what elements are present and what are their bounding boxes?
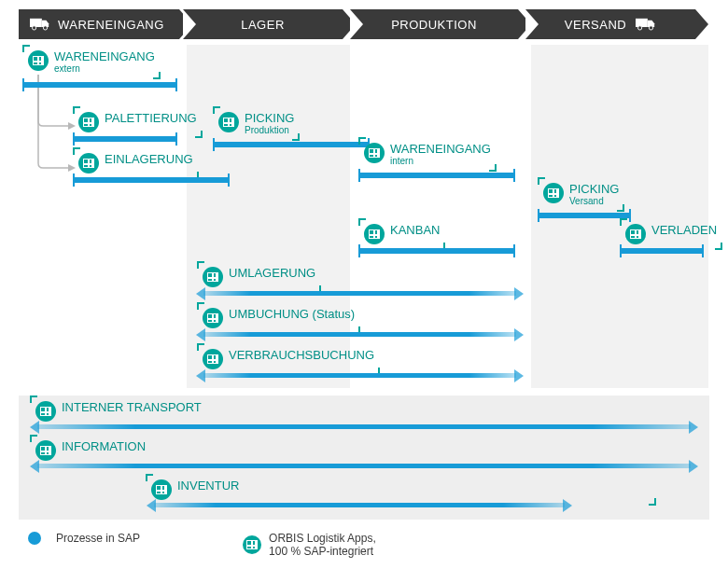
header-label: VERSAND <box>565 18 626 32</box>
bar-einlagerung <box>73 177 230 183</box>
header-row: WARENEINGANG LAGER PRODUKTION VERSAND <box>19 9 714 39</box>
proc-umbuchung: UMBUCHUNG (Status) <box>201 306 357 330</box>
header-label: WARENEINGANG <box>58 18 164 32</box>
proc-kanban: KANBAN <box>362 222 441 246</box>
proc-title: UMBUCHUNG (Status) <box>229 307 355 321</box>
orbis-icon <box>625 224 646 244</box>
legend-sap: Prozesse in SAP <box>28 532 140 545</box>
header-col-produktion: PRODUKTION <box>350 9 531 39</box>
orbis-icon <box>35 401 56 422</box>
legend-label: ORBIS Logistik Apps, 100 % SAP-integrier… <box>269 532 376 558</box>
proc-umlagerung: UMLAGERUNG <box>201 265 317 289</box>
svg-marker-6 <box>68 122 76 130</box>
orbis-icon <box>364 224 385 244</box>
proc-subtitle: intern <box>390 156 491 166</box>
bar-inventur <box>154 503 565 507</box>
proc-wareneingang-intern: WARENEINGANG intern <box>362 141 493 168</box>
bar-kanban <box>358 248 515 254</box>
proc-verladen: VERLADEN <box>623 222 719 246</box>
proc-interner-transport: INTERNER TRANSPORT <box>34 399 203 423</box>
proc-wareneingang-extern: WARENEINGANG extern <box>26 49 157 76</box>
proc-title: INFORMATION <box>62 439 146 453</box>
bar-picking-versand <box>538 213 631 218</box>
header-col-versand: VERSAND <box>525 9 721 39</box>
proc-title: VERLADEN <box>651 223 717 237</box>
bar-interner-transport <box>37 424 691 429</box>
orbis-icon <box>218 112 239 132</box>
truck-icon <box>636 17 656 32</box>
legend: Prozesse in SAP ORBIS Logistik Apps, 100… <box>28 532 376 558</box>
orbis-icon <box>151 479 172 500</box>
proc-title: EINLAGERUNG <box>105 152 193 166</box>
header-col-lager: LAGER <box>183 9 356 39</box>
orbis-icon <box>203 267 223 287</box>
truck-icon <box>30 17 50 32</box>
bar-wareneingang-extern <box>22 82 177 88</box>
bar-umbuchung <box>203 332 516 337</box>
proc-title: KANBAN <box>390 223 440 237</box>
proc-title: INVENTUR <box>177 479 239 493</box>
legend-dot-icon <box>28 532 41 545</box>
bar-verladen <box>620 248 704 254</box>
orbis-icon <box>203 308 223 328</box>
header-label: LAGER <box>241 18 285 32</box>
proc-picking-versand: PICKING Versand <box>541 181 621 208</box>
legend-orbis: ORBIS Logistik Apps, 100 % SAP-integrier… <box>243 532 376 558</box>
orbis-icon <box>78 112 99 132</box>
proc-title: PICKING <box>569 182 619 196</box>
orbis-icon <box>543 183 564 203</box>
orbis-icon <box>78 153 99 173</box>
header-label: PRODUKTION <box>391 18 477 32</box>
proc-subtitle: Versand <box>569 196 619 206</box>
proc-title: PALETTIERUNG <box>105 111 197 125</box>
proc-title: PICKING <box>245 111 294 125</box>
proc-picking-produktion: PICKING Produktion <box>217 110 296 137</box>
svg-point-5 <box>650 26 653 30</box>
legend-label: Prozesse in SAP <box>56 532 140 545</box>
bar-wareneingang-intern <box>358 173 515 178</box>
proc-title: WARENEINGANG <box>54 49 155 63</box>
orbis-icon <box>203 349 223 369</box>
proc-title: VERBRAUCHSBUCHUNG <box>229 348 374 362</box>
proc-einlagerung: EINLAGERUNG <box>77 151 195 175</box>
header-col-wareneingang: WARENEINGANG <box>19 9 192 39</box>
bar-palettierung <box>73 136 177 142</box>
svg-point-2 <box>43 26 47 30</box>
proc-subtitle: extern <box>54 63 155 74</box>
orbis-icon <box>243 535 261 554</box>
proc-title: INTERNER TRANSPORT <box>62 400 202 414</box>
diagram-canvas: WARENEINGANG LAGER PRODUKTION VERSAND <box>0 0 728 569</box>
proc-verbrauchsbuchung: VERBRAUCHSBUCHUNG <box>201 347 376 371</box>
proc-title: UMLAGERUNG <box>229 266 315 280</box>
svg-point-1 <box>32 26 35 30</box>
proc-subtitle: Produktion <box>245 125 294 135</box>
proc-inventur: INVENTUR <box>149 478 241 502</box>
svg-marker-7 <box>68 164 76 172</box>
orbis-icon <box>28 50 49 71</box>
bar-picking-produktion <box>213 142 370 147</box>
proc-palettierung: PALETTIERUNG <box>77 110 199 134</box>
bar-umlagerung <box>203 291 516 296</box>
orbis-icon <box>364 143 385 163</box>
bar-information <box>37 464 691 468</box>
svg-rect-3 <box>636 19 648 27</box>
proc-information: INFORMATION <box>34 438 147 463</box>
orbis-icon <box>35 440 56 461</box>
svg-point-4 <box>638 26 642 30</box>
proc-title: WARENEINGANG <box>390 142 491 156</box>
svg-rect-0 <box>30 19 42 27</box>
bar-verbrauchsbuchung <box>203 373 516 378</box>
